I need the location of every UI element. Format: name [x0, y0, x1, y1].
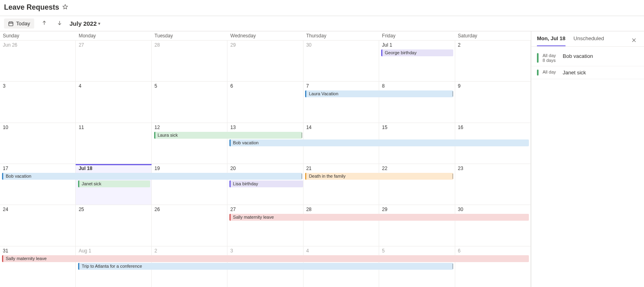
event-laura-sick[interactable]: Laura sick — [154, 132, 302, 139]
day-cell[interactable]: 29 — [227, 41, 303, 81]
event-color-bar — [537, 70, 539, 76]
page-header: Leave Requests — [0, 0, 644, 16]
day-header-fri: Friday — [379, 31, 455, 40]
arrow-up-icon — [41, 20, 47, 26]
day-header-sun: Sunday — [0, 31, 76, 40]
day-cell[interactable]: 5 — [152, 82, 227, 122]
event-color-bar — [537, 53, 539, 63]
day-headers-row: Sunday Monday Tuesday Wednesday Thursday… — [0, 31, 531, 41]
week-row: 17 Jul 18 19 20 21 22 23 Bob vacation De… — [0, 164, 531, 205]
day-cell[interactable]: 21 — [303, 164, 379, 205]
svg-rect-1 — [9, 22, 13, 25]
month-label: July 2022 — [70, 20, 97, 27]
event-death-family[interactable]: Death in the family — [305, 173, 453, 180]
prev-month-button[interactable] — [39, 18, 50, 29]
day-cell[interactable]: 30 — [303, 41, 379, 81]
day-cell[interactable]: 9 — [455, 82, 531, 122]
day-header-thu: Thursday — [303, 31, 379, 40]
day-cell[interactable]: 7 — [303, 82, 379, 122]
day-cell[interactable]: 11 — [76, 123, 151, 164]
arrow-down-icon — [57, 20, 62, 26]
side-event-title: Bob vacation — [563, 53, 638, 63]
day-cell[interactable]: 28 — [152, 41, 227, 81]
chevron-down-icon: ▾ — [98, 21, 100, 26]
day-header-wed: Wednesday — [227, 31, 303, 40]
day-cell[interactable]: 31 — [0, 246, 76, 287]
close-panel-button[interactable] — [630, 37, 638, 45]
day-cell[interactable]: 27 — [227, 205, 303, 246]
svg-marker-0 — [63, 4, 68, 9]
side-event-time: All day 8 days — [543, 53, 563, 63]
day-cell[interactable]: 27 — [76, 41, 151, 81]
day-cell[interactable]: Jul 1 — [379, 41, 455, 81]
week-row: Jun 26 27 28 29 30 Jul 1 2 George birthd… — [0, 41, 531, 82]
day-header-sat: Saturday — [455, 31, 531, 40]
day-cell[interactable]: 8 — [379, 82, 455, 122]
event-janet-sick[interactable]: Janet sick — [78, 180, 150, 187]
calendar-grid: Sunday Monday Tuesday Wednesday Thursday… — [0, 31, 531, 287]
week-row: 24 25 26 27 28 29 30 Sally maternity lea… — [0, 205, 531, 246]
favorite-star-icon[interactable] — [62, 4, 68, 11]
weeks-container: Jun 26 27 28 29 30 Jul 1 2 George birthd… — [0, 41, 531, 287]
day-cell[interactable]: 28 — [303, 205, 379, 246]
event-bob-vacation-cont[interactable]: Bob vacation — [2, 173, 302, 180]
day-header-mon: Monday — [76, 31, 151, 40]
day-header-tue: Tuesday — [152, 31, 227, 40]
calendar-icon — [8, 21, 14, 27]
day-cell[interactable]: 17 — [0, 164, 76, 205]
day-cell[interactable]: 26 — [152, 205, 227, 246]
next-month-button[interactable] — [54, 18, 65, 29]
day-cell[interactable]: 2 — [455, 41, 531, 81]
today-button[interactable]: Today — [4, 18, 34, 29]
tab-unscheduled[interactable]: Unscheduled — [574, 35, 604, 46]
event-bob-vacation[interactable]: Bob vacation — [229, 139, 529, 146]
day-cell[interactable]: 30 — [455, 205, 531, 246]
day-cell[interactable]: Jun 26 — [0, 41, 76, 81]
week-row: 3 4 5 6 7 8 9 Laura Vacation — [0, 82, 531, 123]
event-sally-maternity-cont[interactable]: Sally maternity leave — [2, 255, 528, 262]
side-panel: Mon, Jul 18 Unscheduled All day 8 days B… — [531, 31, 644, 287]
page-title: Leave Requests — [4, 3, 59, 12]
side-event-time: All day — [543, 70, 563, 76]
side-event-item[interactable]: All day 8 days Bob vacation — [531, 50, 644, 66]
calendar-toolbar: Today July 2022 ▾ — [0, 16, 644, 31]
day-cell[interactable]: 6 — [227, 82, 303, 122]
day-cell[interactable]: 24 — [0, 205, 76, 246]
tab-date[interactable]: Mon, Jul 18 — [537, 35, 566, 46]
close-icon — [631, 37, 637, 43]
day-cell[interactable]: 12 — [152, 123, 227, 164]
day-cell[interactable]: 19 — [152, 164, 227, 205]
event-lisa-birthday[interactable]: Lisa birthday — [229, 180, 303, 187]
day-cell[interactable]: 23 — [455, 164, 531, 205]
event-sally-maternity[interactable]: Sally maternity leave — [229, 214, 529, 221]
side-event-title: Janet sick — [563, 70, 638, 76]
month-picker[interactable]: July 2022 ▾ — [70, 20, 101, 27]
event-george-birthday[interactable]: George birthday — [381, 49, 453, 56]
day-cell[interactable]: 6 — [455, 246, 531, 287]
side-event-item[interactable]: All day Janet sick — [531, 66, 644, 79]
day-cell[interactable]: 22 — [379, 164, 455, 205]
side-events-list: All day 8 days Bob vacation All day Jane… — [531, 47, 644, 82]
day-cell[interactable]: 29 — [379, 205, 455, 246]
day-cell[interactable]: 3 — [0, 82, 76, 122]
side-tabs: Mon, Jul 18 Unscheduled — [531, 31, 644, 47]
event-laura-vacation[interactable]: Laura Vacation — [305, 90, 453, 97]
day-cell[interactable]: 4 — [76, 82, 151, 122]
today-button-label: Today — [16, 20, 30, 27]
week-row: 31 Aug 1 2 3 4 5 6 Sally maternity leave… — [0, 246, 531, 287]
day-cell[interactable]: 10 — [0, 123, 76, 164]
event-trip-atlanta[interactable]: Trip to Atlanta for a conference — [78, 263, 454, 270]
week-row: 10 11 12 13 14 15 16 Laura sick Bob vaca… — [0, 123, 531, 164]
day-cell[interactable]: 25 — [76, 205, 151, 246]
